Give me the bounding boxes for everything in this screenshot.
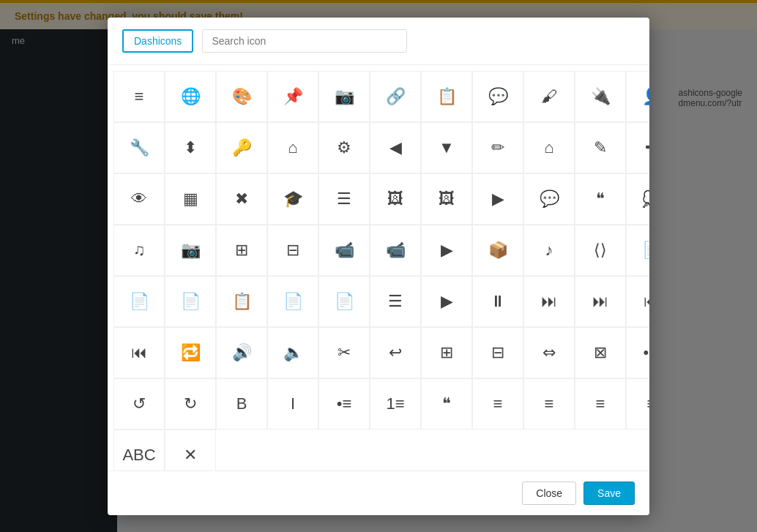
controls-play-icon[interactable]: ▶: [421, 276, 472, 327]
clipboard-icon[interactable]: 📋: [421, 71, 472, 122]
home-icon[interactable]: ⌂: [267, 122, 318, 173]
comment-icon[interactable]: 💬: [472, 71, 523, 122]
slides-icon[interactable]: ⊞: [216, 225, 267, 276]
undo-icon[interactable]: ↩: [370, 327, 421, 378]
user-icon[interactable]: 👤: [626, 71, 649, 122]
icons-grid: ≡🌐🎨📌📷🔗📋💬🖌🔌👤🔧⬍🔑⌂⚙◀▼✏⌂✎✚👁▦✖🎓☰🖼🖼▶💬❝💭♫📷⊞⊟📹📹▶…: [113, 71, 644, 471]
music-icon[interactable]: ♫: [113, 225, 165, 276]
pin-icon[interactable]: 📌: [267, 71, 318, 122]
link-icon[interactable]: 🔗: [370, 71, 421, 122]
list-ul-icon[interactable]: •≡: [318, 378, 370, 430]
brush-icon[interactable]: 🖌: [523, 71, 575, 122]
close-button[interactable]: Close: [522, 482, 576, 505]
modal-header: Dashicons: [108, 18, 649, 65]
document-icon[interactable]: 📄: [626, 225, 649, 276]
house-icon[interactable]: ⌂: [523, 122, 575, 173]
images-icon[interactable]: 🖼: [421, 173, 472, 225]
align-pull-icon[interactable]: ⊠: [575, 327, 626, 378]
repeat-icon[interactable]: 🔁: [165, 327, 216, 378]
spellcheck-icon[interactable]: ABC: [113, 430, 165, 471]
audio-icon[interactable]: ♪: [523, 225, 575, 276]
performance-icon[interactable]: ⬍: [165, 122, 216, 173]
camera2-icon[interactable]: 📷: [165, 225, 216, 276]
archive-icon[interactable]: 📦: [472, 225, 523, 276]
post-icon[interactable]: 📄: [165, 276, 216, 327]
wrench-icon[interactable]: 🔧: [113, 122, 165, 173]
play-icon[interactable]: ▶: [421, 225, 472, 276]
ellipsis-icon[interactable]: •••: [626, 327, 649, 378]
gear-icon[interactable]: ⚙: [318, 122, 370, 173]
next-icon[interactable]: ⏭: [575, 276, 626, 327]
modal-footer: Close Save: [108, 471, 649, 515]
edit-icon[interactable]: ✏: [472, 122, 523, 173]
page-icon[interactable]: 📄: [113, 276, 165, 327]
code-icon[interactable]: ⟨⟩: [575, 225, 626, 276]
dashicons-tab-button[interactable]: Dashicons: [122, 29, 193, 53]
italic-icon[interactable]: I: [267, 378, 318, 430]
new-post-icon[interactable]: ✚: [626, 122, 649, 173]
crop-icon[interactable]: ✂: [318, 327, 370, 378]
chat-icon[interactable]: 💬: [523, 173, 575, 225]
dismiss-icon[interactable]: ✖: [216, 173, 267, 225]
book-icon[interactable]: 📄: [318, 276, 370, 327]
art-icon[interactable]: 🎨: [216, 71, 267, 122]
align-center-icon[interactable]: ≡: [523, 378, 575, 430]
globe-icon[interactable]: 🌐: [165, 71, 216, 122]
blockquote-icon[interactable]: ❝: [421, 378, 472, 430]
undo2-icon[interactable]: ↺: [113, 378, 165, 430]
discuss-icon[interactable]: 💭: [626, 173, 649, 225]
video-icon[interactable]: ▶: [472, 173, 523, 225]
video-alt2-icon[interactable]: 📹: [370, 225, 421, 276]
rewind-icon[interactable]: ⏮: [113, 327, 165, 378]
align-full-icon[interactable]: ⇔: [523, 327, 575, 378]
align-right-icon[interactable]: ≡: [575, 378, 626, 430]
list-icon[interactable]: ☰: [318, 173, 370, 225]
pencil-icon[interactable]: ✎: [575, 122, 626, 173]
testimonial-icon[interactable]: 📋: [216, 276, 267, 327]
graduation-icon[interactable]: 🎓: [267, 173, 318, 225]
filter-icon[interactable]: ▼: [421, 122, 472, 173]
key-icon[interactable]: 🔑: [216, 122, 267, 173]
redo-icon[interactable]: ↻: [165, 378, 216, 430]
camera-icon[interactable]: 📷: [318, 71, 370, 122]
plugin-icon[interactable]: 🔌: [575, 71, 626, 122]
fast-forward-icon[interactable]: ⏭: [523, 276, 575, 327]
image-flip-icon[interactable]: ⊟: [472, 327, 523, 378]
modal-overlay: Dashicons ≡🌐🎨📌📷🔗📋💬🖌🔌👤🔧⬍🔑⌂⚙◀▼✏⌂✎✚👁▦✖🎓☰🖼🖼▶…: [0, 0, 757, 532]
visibility-icon[interactable]: 👁: [113, 173, 165, 225]
icons-grid-container[interactable]: ≡🌐🎨📌📷🔗📋💬🖌🔌👤🔧⬍🔑⌂⚙◀▼✏⌂✎✚👁▦✖🎓☰🖼🖼▶💬❝💭♫📷⊞⊟📹📹▶…: [108, 65, 649, 471]
bold-icon[interactable]: B: [216, 378, 267, 430]
video-alt-icon[interactable]: 📹: [318, 225, 370, 276]
volume-icon[interactable]: 🔊: [216, 327, 267, 378]
save-button[interactable]: Save: [583, 482, 635, 505]
align-justify-icon[interactable]: ≡: [626, 378, 649, 430]
image-rotate-icon[interactable]: ⊞: [421, 327, 472, 378]
icon-picker-modal: Dashicons ≡🌐🎨📌📷🔗📋💬🖌🔌👤🔧⬍🔑⌂⚙◀▼✏⌂✎✚👁▦✖🎓☰🖼🖼▶…: [108, 18, 649, 515]
fullscreen-icon[interactable]: ✕: [165, 430, 216, 471]
align-left-icon[interactable]: ≡: [472, 378, 523, 430]
spreadsheet-icon[interactable]: ▦: [165, 173, 216, 225]
menu-icon[interactable]: ≡: [113, 71, 165, 122]
prev-icon[interactable]: ⏮: [626, 276, 649, 327]
portfolio-icon[interactable]: 📄: [267, 276, 318, 327]
search-input[interactable]: [202, 29, 407, 53]
image-icon[interactable]: 🖼: [370, 173, 421, 225]
quote-icon[interactable]: ❝: [575, 173, 626, 225]
pause-icon[interactable]: ⏸: [472, 276, 523, 327]
list-view-icon[interactable]: ☰: [370, 276, 421, 327]
volume-low-icon[interactable]: 🔈: [267, 327, 318, 378]
gallery-icon[interactable]: ⊟: [267, 225, 318, 276]
list-ol-icon[interactable]: 1≡: [370, 378, 421, 430]
back-icon[interactable]: ◀: [370, 122, 421, 173]
